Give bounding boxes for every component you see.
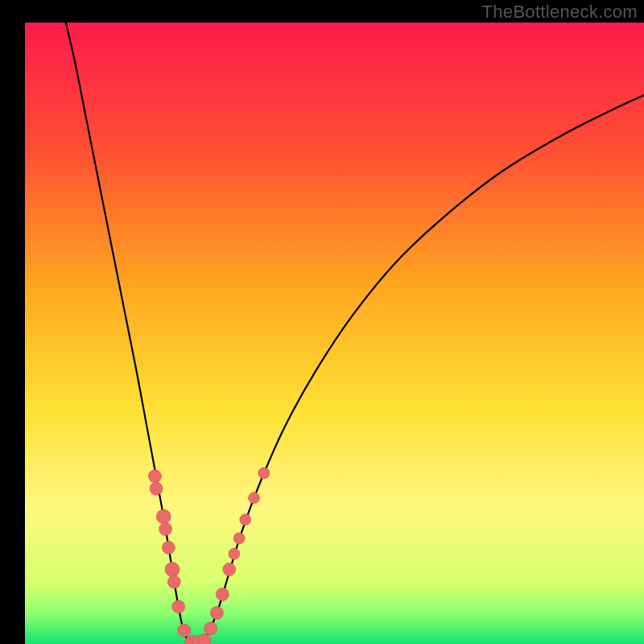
bottleneck-chart [0,0,644,644]
marker-dot [223,563,236,576]
marker-dot [229,548,240,559]
marker-dot [178,624,191,637]
marker-dot [258,468,270,479]
marker-dot [165,562,180,576]
watermark-text: TheBottleneck.com [482,2,638,23]
marker-dot [156,510,171,524]
marker-dot [150,482,163,495]
marker-dot [148,470,161,483]
marker-dot [172,601,185,613]
marker-dot [240,514,251,526]
marker-dot [249,493,260,504]
marker-dot [204,622,217,635]
marker-dot [216,588,229,601]
marker-dot [198,634,211,644]
marker-dot [210,606,223,619]
plot-background [25,23,644,644]
marker-dot [162,541,175,554]
marker-dot [159,522,172,535]
marker-dot [167,576,180,588]
marker-dot [233,533,245,544]
chart-frame: TheBottleneck.com [0,0,644,644]
